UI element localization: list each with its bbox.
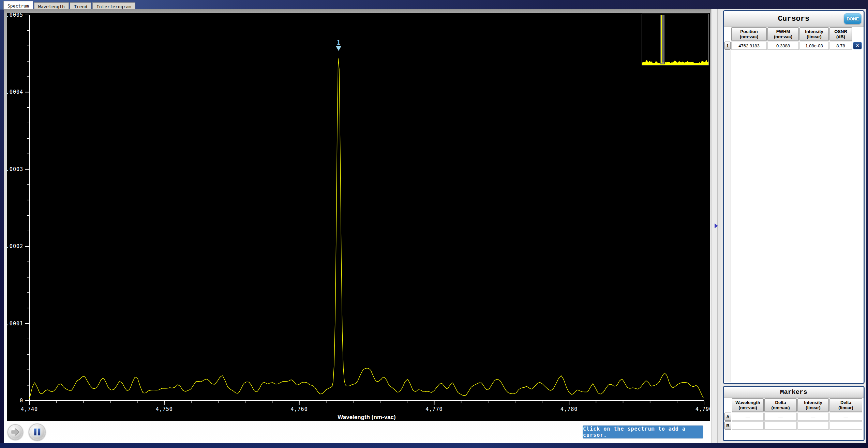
cursors-panel-title: Cursors [778, 15, 809, 23]
col-intensity: Intensity (linear) [799, 27, 829, 41]
markers-panel-title: Markers [780, 388, 807, 396]
app-window: Spectrum Wavelength Trend Interferogram … [0, 0, 868, 448]
plot-frame: 00.00010.00020.00030.00040.00054,7404,75… [4, 9, 711, 443]
col-delta-linear: Delta (linear) [829, 398, 862, 412]
triangle-down-icon [336, 46, 341, 51]
step-acquire-button[interactable] [8, 424, 23, 440]
triangle-right-icon[interactable] [715, 223, 718, 228]
col-marker-intensity-line1: Intensity [804, 400, 822, 405]
marker-a-intensity: — [797, 413, 829, 421]
delete-cursor-button[interactable]: X [853, 42, 862, 49]
marker-a-delta-linear: — [829, 413, 862, 421]
cursors-panel: Cursors DONE Position (nm-vac) FWHM (nm-… [723, 10, 865, 384]
cursor-osnr-value: 8.78 [829, 42, 852, 50]
markers-panel-header: Markers [724, 387, 864, 398]
overview-inset-chart[interactable] [642, 14, 708, 65]
col-position: Position (nm-vac) [731, 27, 767, 41]
cursor-intensity-value: 1.08e-03 [799, 42, 829, 50]
col-marker-intensity-line2: (linear) [806, 405, 820, 410]
window-bottom-border [0, 443, 868, 448]
spectrum-trace [29, 58, 703, 398]
col-delta-linear-line2: (linear) [838, 405, 853, 410]
cursor-marker[interactable]: 1 [336, 39, 341, 51]
window-right-border [866, 10, 868, 443]
svg-text:4,790: 4,790 [695, 406, 710, 412]
spectrum-chart[interactable]: 00.00010.00020.00030.00040.00054,7404,75… [7, 13, 710, 421]
col-osnr-line1: OSNR [834, 29, 847, 34]
cursors-corner-cell [724, 27, 731, 41]
title-bar: Spectrum Wavelength Trend Interferogram [0, 0, 868, 10]
col-osnr: OSNR (dB) [829, 27, 852, 41]
right-panel: Cursors DONE Position (nm-vac) FWHM (nm-… [721, 9, 866, 443]
svg-text:0.0002: 0.0002 [7, 243, 23, 249]
col-osnr-line2: (dB) [836, 34, 845, 39]
svg-text:4,760: 4,760 [291, 406, 308, 412]
svg-text:0.0005: 0.0005 [7, 13, 23, 18]
col-delta-nm-line2: (nm-vac) [771, 405, 790, 410]
cursors-panel-body [724, 50, 864, 383]
cursors-panel-header: Cursors DONE [724, 11, 864, 27]
svg-text:4,770: 4,770 [425, 406, 443, 412]
pause-icon [32, 427, 42, 437]
col-wavelength: Wavelength (nm-vac) [732, 398, 764, 412]
overview-inset[interactable] [642, 14, 709, 65]
pause-button[interactable] [29, 423, 46, 441]
cursor-marker-label: 1 [337, 39, 341, 46]
col-position-line1: Position [740, 29, 758, 34]
cursor-fwhm-value: 0.3388 [767, 42, 799, 50]
panel-splitter[interactable] [711, 9, 721, 443]
spectrum-plot[interactable]: 00.00010.00020.00030.00040.00054,7404,75… [7, 13, 710, 421]
col-fwhm: FWHM (nm-vac) [767, 27, 799, 41]
svg-text:0.0001: 0.0001 [7, 321, 23, 327]
col-fwhm-line2: (nm-vac) [774, 34, 792, 39]
inset-noise-trace [642, 60, 708, 65]
inset-zoom-band [660, 15, 664, 64]
marker-a-delta-nm: — [764, 413, 797, 421]
svg-text:4,780: 4,780 [560, 406, 578, 412]
svg-text:Wavelength (nm-vac): Wavelength (nm-vac) [338, 414, 395, 420]
col-delta-nm-line1: Delta [775, 400, 786, 405]
markers-table: Wavelength (nm-vac) Delta (nm-vac) Inten… [724, 398, 864, 430]
marker-b-delta-nm: — [764, 421, 797, 430]
svg-text:4,740: 4,740 [21, 406, 38, 412]
col-intensity-line1: Intensity [805, 29, 823, 34]
done-button[interactable]: DONE [844, 13, 862, 24]
markers-panel: Markers Wavelength (nm-vac) Delta (nm-va… [723, 386, 865, 441]
col-wavelength-line2: (nm-vac) [738, 405, 757, 410]
row-header-gutter [724, 50, 731, 382]
marker-b-wavelength: — [732, 421, 764, 430]
control-bar: Click on the spectrum to add a cursor. [4, 421, 711, 443]
col-intensity-line2: (linear) [807, 34, 821, 39]
col-marker-intensity: Intensity (linear) [797, 398, 829, 412]
window-left-border [0, 10, 4, 443]
marker-b-intensity: — [797, 421, 829, 430]
col-delta-linear-line1: Delta [840, 400, 851, 405]
cursor-position-value: 4762.9183 [731, 42, 767, 50]
cursor-row-number: 1 [724, 42, 731, 50]
cursors-table-header: Position (nm-vac) FWHM (nm-vac) Intensit… [724, 27, 864, 50]
arrow-right-icon [10, 426, 21, 438]
col-wavelength-line1: Wavelength [735, 400, 760, 405]
marker-a-wavelength: — [732, 413, 764, 421]
status-banner: Click on the spectrum to add a cursor. [583, 426, 703, 438]
cursors-delete-header-cell [853, 27, 862, 41]
marker-b-delta-linear: — [829, 421, 862, 430]
svg-text:0.0003: 0.0003 [7, 166, 23, 172]
markers-corner-cell [724, 398, 731, 412]
col-fwhm-line1: FWHM [776, 29, 790, 34]
svg-text:0.0004: 0.0004 [7, 89, 23, 95]
marker-row-b[interactable]: B [724, 421, 731, 430]
markers-panel-body [724, 430, 864, 440]
col-delta-nm: Delta (nm-vac) [764, 398, 797, 412]
svg-text:4,750: 4,750 [156, 406, 173, 412]
svg-text:0: 0 [20, 398, 23, 404]
marker-row-a[interactable]: A [724, 413, 731, 421]
col-position-line2: (nm-vac) [740, 34, 758, 39]
